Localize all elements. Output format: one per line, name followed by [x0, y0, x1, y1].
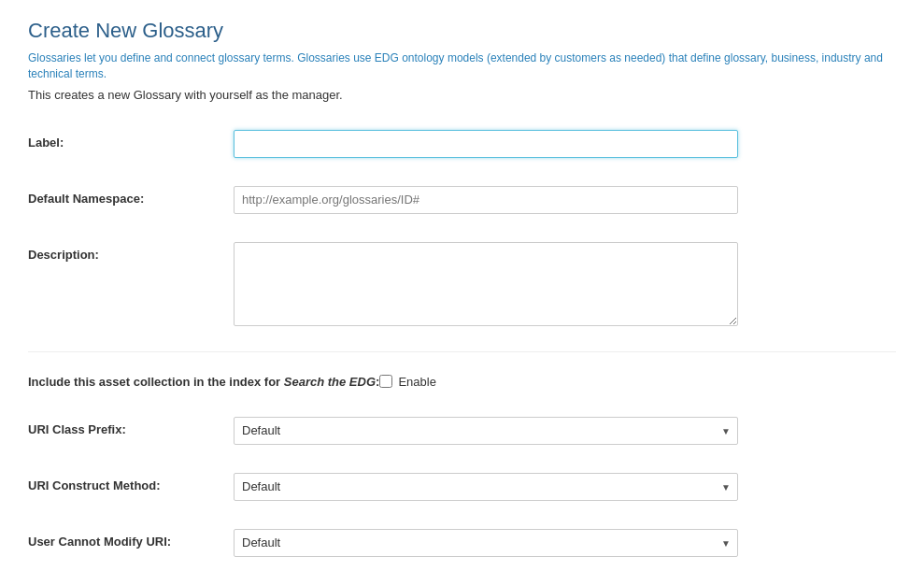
- index-checkbox-wrapper: Enable: [379, 375, 435, 389]
- user-cannot-modify-uri-select-wrapper: Default True False ▼: [234, 529, 738, 557]
- description-field-wrapper: [234, 242, 738, 329]
- description-textarea[interactable]: [234, 242, 738, 326]
- namespace-input[interactable]: [234, 186, 738, 214]
- uri-class-prefix-label: URI Class Prefix:: [28, 417, 234, 436]
- uri-construct-method-select-wrapper: Default Custom ▼: [234, 473, 738, 501]
- label-field-wrapper: [234, 130, 738, 158]
- page-subtitle: Glossaries let you define and connect gl…: [28, 50, 896, 82]
- uri-class-prefix-wrapper: Default Custom ▼: [234, 417, 738, 445]
- uri-construct-method-row: URI Construct Method: Default Custom ▼: [28, 467, 896, 507]
- page-info: This creates a new Glossary with yoursel…: [28, 88, 896, 102]
- uri-construct-method-wrapper: Default Custom ▼: [234, 473, 738, 501]
- label-field-label: Label:: [28, 130, 234, 150]
- label-row: Label:: [28, 124, 896, 164]
- index-label-em: Search the EDG: [284, 375, 376, 389]
- index-field-label: Include this asset collection in the ind…: [28, 375, 379, 389]
- description-field-label: Description:: [28, 242, 234, 262]
- uri-construct-method-select[interactable]: Default Custom: [234, 473, 738, 501]
- index-checkbox-label: Enable: [398, 375, 435, 389]
- uri-class-prefix-select-wrapper: Default Custom ▼: [234, 417, 738, 445]
- user-cannot-modify-uri-label: User Cannot Modify URI:: [28, 529, 234, 549]
- index-row: Include this asset collection in the ind…: [28, 369, 896, 394]
- create-glossary-form: Label: Default Namespace: Description: I…: [28, 124, 896, 585]
- label-input[interactable]: [234, 130, 738, 158]
- index-enable-checkbox[interactable]: [379, 375, 392, 388]
- section-divider: [28, 351, 896, 352]
- index-label-prefix: Include this asset collection in the ind…: [28, 375, 284, 389]
- user-cannot-modify-uri-row: User Cannot Modify URI: Default True Fal…: [28, 523, 896, 563]
- user-cannot-modify-uri-select[interactable]: Default True False: [234, 529, 738, 557]
- namespace-field-wrapper: [234, 186, 738, 214]
- description-row: Description:: [28, 236, 896, 335]
- namespace-row: Default Namespace:: [28, 180, 896, 220]
- namespace-field-label: Default Namespace:: [28, 186, 234, 206]
- uri-construct-method-label: URI Construct Method:: [28, 473, 234, 492]
- user-cannot-modify-uri-wrapper: Default True False ▼: [234, 529, 738, 557]
- page-title: Create New Glossary: [28, 19, 896, 43]
- uri-class-prefix-select[interactable]: Default Custom: [234, 417, 738, 445]
- uri-class-prefix-row: URI Class Prefix: Default Custom ▼: [28, 411, 896, 450]
